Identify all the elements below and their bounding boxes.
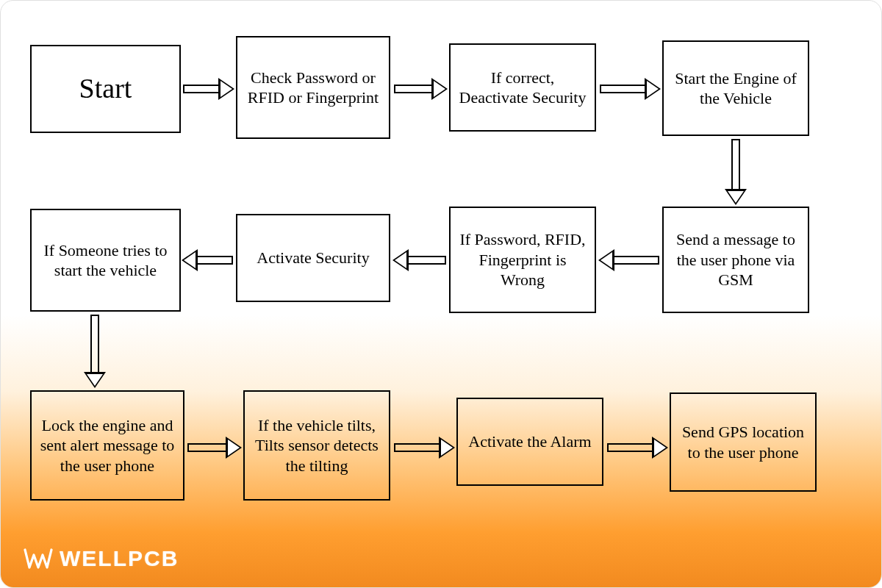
node-label: Activate Security — [257, 248, 369, 268]
node-alarm: Activate the Alarm — [456, 398, 603, 486]
node-label: Start the Engine of the Vehicle — [671, 68, 800, 109]
node-gps: Send GPS location to the user phone — [670, 392, 817, 492]
node-wrong: If Password, RFID, Fingerprint is Wrong — [449, 207, 596, 313]
node-label: Lock the engine and sent alert message t… — [39, 415, 176, 476]
node-label: Start — [79, 71, 132, 107]
arrow-wrong-to-activate — [394, 251, 446, 270]
node-tilt: If the vehicle tilts, Tilts sensor detec… — [243, 390, 390, 501]
arrow-someone-to-lock — [85, 315, 104, 387]
arrow-start-to-check — [183, 79, 233, 98]
node-gsm: Send a message to the user phone via GSM — [662, 207, 809, 313]
node-correct: If correct, Deactivate Security — [449, 43, 596, 132]
brand-text: WELLPCB — [60, 546, 179, 571]
flowchart-canvas: Start Check Password or RFID or Fingerpr… — [0, 0, 882, 588]
node-check: Check Password or RFID or Fingerprint — [236, 36, 390, 139]
node-start: Start — [30, 45, 181, 133]
node-someone: If Someone tries to start the vehicle — [30, 209, 181, 312]
node-label: Send a message to the user phone via GSM — [671, 229, 800, 290]
arrow-tilt-to-alarm — [394, 438, 453, 457]
node-label: If the vehicle tilts, Tilts sensor detec… — [252, 415, 381, 476]
arrow-engine-to-gsm — [726, 139, 745, 204]
arrow-correct-to-engine — [600, 79, 659, 98]
brand-logo-icon — [23, 548, 54, 570]
arrow-activate-to-someone — [183, 251, 233, 270]
brand-watermark: WELLPCB — [23, 546, 179, 571]
arrow-gsm-to-wrong — [600, 251, 659, 270]
node-label: Send GPS location to the user phone — [678, 422, 808, 462]
node-label: Check Password or RFID or Fingerprint — [245, 68, 381, 108]
arrow-lock-to-tilt — [187, 438, 240, 457]
node-label: If Someone tries to start the vehicle — [39, 240, 172, 281]
arrow-check-to-correct — [394, 79, 446, 98]
arrow-alarm-to-gps — [607, 438, 667, 457]
node-activate: Activate Security — [236, 214, 390, 302]
node-label: If correct, Deactivate Security — [458, 68, 587, 108]
node-lock: Lock the engine and sent alert message t… — [30, 390, 184, 501]
node-label: Activate the Alarm — [468, 431, 591, 452]
node-engine: Start the Engine of the Vehicle — [662, 40, 809, 136]
node-label: If Password, RFID, Fingerprint is Wrong — [458, 229, 587, 290]
